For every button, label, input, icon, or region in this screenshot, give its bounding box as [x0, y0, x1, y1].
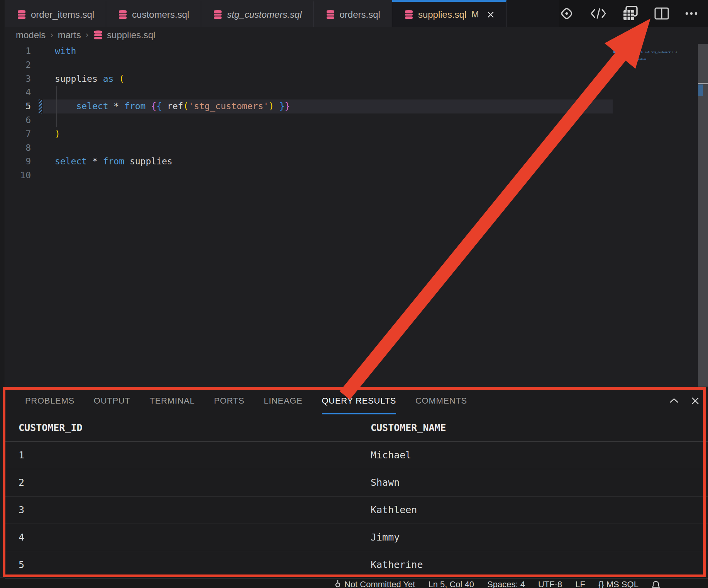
code-editor[interactable]: 1with23supplies as (45 select * from {{ … [5, 43, 708, 387]
code-lines: 1with23supplies as (45 select * from {{ … [5, 43, 708, 182]
breadcrumb-label: supplies.sql [107, 30, 155, 41]
code-line-6: 6 [5, 113, 708, 127]
table-cell: Katherine [371, 551, 708, 578]
status-item--ms-sql[interactable]: {} MS SQL [598, 580, 639, 588]
line-number: 7 [5, 127, 31, 141]
code-text: ) [55, 127, 708, 141]
table-row[interactable]: 5Katherine [5, 551, 708, 579]
table-row[interactable]: 1Michael [5, 442, 708, 469]
tab-close-button[interactable] [487, 11, 495, 19]
status-item-utf-8[interactable]: UTF-8 [538, 580, 562, 588]
line-number: 6 [5, 113, 31, 127]
column-header-customer_name: CUSTOMER_NAME [371, 414, 708, 441]
editor-tab-supplies-sql[interactable]: supplies.sqlM [392, 0, 507, 27]
panel-tab-lineage[interactable]: LINEAGE [264, 387, 302, 414]
code-line-3: 3supplies as ( [5, 72, 708, 86]
panel-tab-query-results[interactable]: QUERY RESULTS [322, 387, 396, 414]
table-row[interactable]: 4Jimmy [5, 524, 708, 551]
scrollbar-modified-marker [698, 84, 703, 96]
breadcrumb-item-marts[interactable]: marts [58, 30, 81, 41]
panel-tab-bar: PROBLEMSOUTPUTTERMINALPORTSLINEAGEQUERY … [5, 387, 708, 414]
table-row[interactable]: 2Shawn [5, 469, 708, 497]
code-preview-icon[interactable] [590, 7, 607, 20]
status-item-not-committed-yet[interactable]: Not Committed Yet [334, 580, 415, 588]
query-results-icon[interactable] [622, 5, 639, 22]
close-icon[interactable] [691, 396, 700, 406]
editor-scrollbar[interactable] [698, 44, 708, 387]
panel-tab-ports[interactable]: PORTS [214, 387, 244, 414]
table-cell: 5 [19, 551, 371, 578]
editor-group: order_items.sqlcustomers.sqlstg_customer… [5, 0, 708, 588]
table-row[interactable]: 3Kathleen [5, 497, 708, 524]
breadcrumb-item-supplies-sql[interactable]: supplies.sql [93, 30, 155, 41]
line-number: 10 [5, 169, 31, 182]
line-number: 8 [5, 141, 31, 155]
table-cell: Michael [371, 442, 708, 469]
dbt-logo-icon[interactable] [559, 6, 574, 21]
panel-tab-problems[interactable]: PROBLEMS [25, 387, 75, 414]
database-icon [17, 10, 27, 20]
status-bar: Not Committed YetLn 5, Col 40Spaces: 4UT… [0, 577, 708, 588]
chevron-up-icon[interactable] [668, 397, 680, 405]
line-number: 1 [5, 44, 31, 58]
tab-label: order_items.sql [31, 9, 94, 20]
editor-tab-orders-sql[interactable]: orders.sql [314, 0, 392, 27]
table-cell: Kathleen [371, 497, 708, 524]
panel-tab-output[interactable]: OUTPUT [94, 387, 130, 414]
tab-label: stg_customers.sql [227, 9, 301, 20]
query-results-grid: CUSTOMER_IDCUSTOMER_NAME 1Michael2Shawn3… [5, 414, 708, 579]
editor-tab-order_items-sql[interactable]: order_items.sql [5, 0, 106, 27]
code-text: select * from supplies [55, 155, 708, 169]
line-number: 3 [5, 72, 31, 86]
sidebar-edge [0, 0, 5, 578]
line-number: 5 [5, 100, 31, 113]
line-number: 9 [5, 155, 31, 169]
editor-actions [559, 0, 708, 27]
database-icon [213, 10, 223, 20]
breadcrumb: models›marts›supplies.sql [5, 27, 708, 43]
code-line-5: 5 select * from {{ ref('stg_customers') … [5, 100, 708, 113]
panel-actions [668, 387, 700, 414]
panel-tab-terminal[interactable]: TERMINAL [150, 387, 195, 414]
status-item-bell-icon[interactable] [652, 580, 660, 588]
editor-tab-stg_customers-sql[interactable]: stg_customers.sql [201, 0, 313, 27]
database-icon [118, 10, 128, 20]
database-icon [404, 10, 414, 20]
bottom-panel: PROBLEMSOUTPUTTERMINALPORTSLINEAGEQUERY … [5, 387, 708, 578]
breadcrumb-label: models [16, 30, 46, 41]
status-item-ln-5-col-40[interactable]: Ln 5, Col 40 [428, 580, 474, 588]
bell-icon [652, 580, 660, 588]
more-actions-icon[interactable] [685, 11, 698, 16]
code-line-10: 10 [5, 169, 708, 182]
line-number: 2 [5, 58, 31, 72]
breadcrumb-separator: › [86, 30, 88, 40]
status-item-lf[interactable]: LF [575, 580, 585, 588]
breadcrumb-label: marts [58, 30, 81, 41]
status-item-spaces-4[interactable]: Spaces: 4 [487, 580, 525, 588]
code-text: with [55, 44, 708, 58]
code-text: supplies as ( [55, 72, 708, 86]
status-label: {} MS SQL [598, 580, 639, 588]
database-icon [325, 10, 335, 20]
panel-tab-comments[interactable]: COMMENTS [415, 387, 467, 414]
modified-badge: M [471, 9, 479, 20]
code-line-7: 7) [5, 127, 708, 141]
breadcrumb-item-models[interactable]: models [16, 30, 46, 41]
code-line-2: 2 [5, 58, 708, 72]
results-header-row: CUSTOMER_IDCUSTOMER_NAME [5, 414, 708, 442]
split-editor-icon[interactable] [654, 7, 669, 20]
status-label: Not Committed Yet [344, 580, 415, 588]
status-label: Spaces: 4 [487, 580, 525, 588]
code-line-4: 4 [5, 86, 708, 100]
code-line-9: 9select * from supplies [5, 155, 708, 169]
status-label: UTF-8 [538, 580, 562, 588]
table-cell: Shawn [371, 469, 708, 496]
line-number: 4 [5, 86, 31, 100]
tab-label: supplies.sql [418, 9, 466, 20]
table-cell: 1 [19, 442, 371, 469]
tab-label: orders.sql [340, 9, 380, 20]
breadcrumb-separator: › [50, 30, 53, 40]
editor-tab-customers-sql[interactable]: customers.sql [106, 0, 201, 27]
status-label: LF [575, 580, 585, 588]
code-line-8: 8 [5, 141, 708, 155]
